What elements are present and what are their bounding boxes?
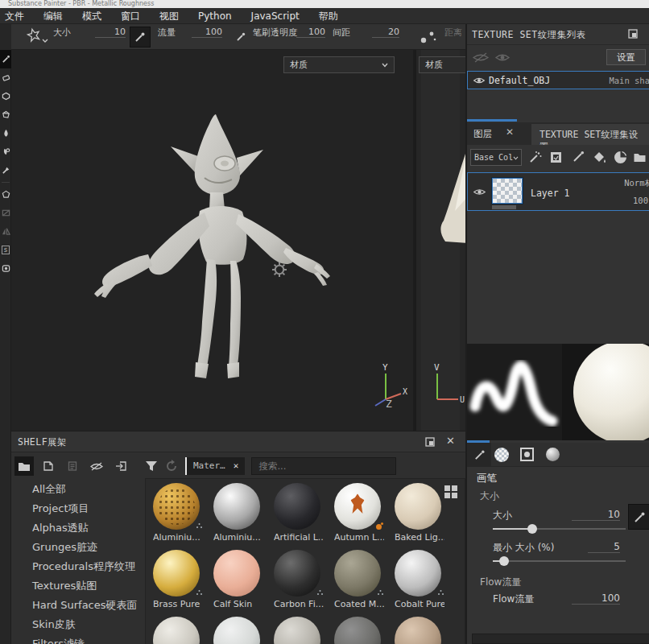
paint-brush-tool[interactable]	[0, 50, 11, 68]
material-item[interactable]: Baked Lig...	[395, 483, 444, 543]
layer-visibility-eye-icon[interactable]	[473, 187, 486, 197]
paint-layer-icon[interactable]	[572, 151, 585, 163]
brush-size-pen-button[interactable]	[628, 504, 649, 530]
spacing-value[interactable]: 20	[372, 27, 399, 38]
layer-row[interactable]: Layer 1 Norm材 100	[467, 172, 649, 211]
polygon-fill-tool[interactable]	[0, 105, 11, 124]
menu-file[interactable]: 文件	[0, 8, 34, 24]
layer-blend-mode[interactable]: Norm材	[624, 178, 649, 189]
brush-opacity-value[interactable]: 100	[296, 27, 325, 38]
tab-material[interactable]	[546, 448, 560, 461]
material-item[interactable]	[213, 617, 263, 644]
alpha-shape-button[interactable]	[26, 27, 50, 47]
eye-icon[interactable]	[494, 52, 511, 64]
shelf-category-item[interactable]: All全部	[11, 480, 142, 499]
material-item[interactable]: Carbon Fi...	[274, 550, 324, 609]
material-item[interactable]: Coated M...	[334, 550, 384, 609]
min-size-slider[interactable]	[493, 556, 626, 566]
shelf-folder-button[interactable]	[14, 456, 34, 476]
mask-icon[interactable]	[614, 151, 627, 164]
clone-tool[interactable]	[0, 142, 11, 161]
shelf-category-item[interactable]: Alphas透贴	[11, 518, 142, 538]
shelf-category-item[interactable]: Procedurals程序纹理	[11, 557, 142, 576]
min-size-value[interactable]: 5	[588, 541, 620, 553]
flow-value[interactable]: 100	[192, 27, 222, 38]
viewport-material-dropdown[interactable]: 材质	[283, 56, 395, 73]
brush-size-slider[interactable]	[493, 524, 626, 534]
python-console-output[interactable]	[472, 634, 649, 644]
shelf-import-log-button[interactable]	[63, 456, 82, 476]
shelf-category-item[interactable]: Hard Surfaces硬表面	[11, 596, 142, 615]
smart-material-icon[interactable]	[549, 151, 563, 164]
viewport-3d[interactable]: 材质	[11, 50, 413, 431]
shelf-hide-button[interactable]	[87, 456, 106, 476]
settings-button[interactable]: 设置	[606, 49, 646, 65]
material-item[interactable]: Aluminiu...	[213, 483, 263, 543]
eye-icon[interactable]	[473, 76, 486, 85]
channel-dropdown[interactable]: Base Col	[470, 149, 522, 166]
fill-layer-icon[interactable]	[593, 151, 606, 164]
search-input[interactable]: 搜索...	[251, 457, 396, 475]
size-value[interactable]: 10	[95, 27, 126, 38]
stencil-s-icon[interactable]: s	[0, 241, 11, 259]
symmetry-icon[interactable]	[0, 222, 11, 241]
menu-mode[interactable]: 模式	[72, 8, 111, 24]
menu-window[interactable]: 窗口	[111, 8, 150, 24]
shelf-new-resource-button[interactable]	[39, 456, 58, 476]
material-item[interactable]: Calf Skin	[213, 550, 263, 609]
folder-icon[interactable]	[633, 152, 647, 163]
layer-thumbnail[interactable]	[492, 178, 523, 204]
material-item[interactable]	[395, 617, 444, 644]
tab-layers[interactable]: 图层	[473, 128, 492, 140]
shelf-category-item[interactable]: Project项目	[11, 499, 142, 518]
eye-crossed-icon[interactable]	[472, 52, 490, 64]
refresh-icon[interactable]	[164, 459, 179, 473]
filter-tag[interactable]: Mater… ✕	[185, 457, 245, 475]
viewport-2d[interactable]: 材质 V U	[416, 50, 465, 431]
tab-texture-set-settings[interactable]: TEXTURE SET纹理集设置	[531, 124, 649, 145]
brush-flow-value[interactable]: 100	[572, 592, 620, 605]
material-picker-tool[interactable]	[0, 161, 11, 180]
viewport-2d-material-dropdown[interactable]: 材质	[419, 56, 465, 73]
smudge-tool[interactable]	[0, 124, 11, 142]
menu-python[interactable]: Python	[188, 8, 242, 24]
filter-tag-close-icon[interactable]: ✕	[234, 457, 239, 475]
menu-help[interactable]: 帮助	[309, 8, 348, 24]
texture-set-row[interactable]: Default_OBJ Main sha	[467, 71, 649, 89]
shelf-category-item[interactable]: Skin皮肤	[11, 615, 142, 634]
brush-preset-button[interactable]	[130, 27, 151, 47]
dock-icon[interactable]	[425, 437, 435, 447]
material-item[interactable]	[153, 617, 203, 644]
tab-brush[interactable]	[467, 443, 491, 467]
shelf-category-item[interactable]: Grunges脏迹	[11, 538, 142, 557]
scatter-dots-icon[interactable]	[418, 27, 439, 47]
dock-icon[interactable]	[628, 29, 638, 39]
menu-edit[interactable]: 编辑	[34, 8, 72, 24]
layer-opacity[interactable]: 100	[633, 196, 648, 205]
tab-close-icon[interactable]: ✕	[506, 126, 514, 138]
tab-stencil[interactable]	[520, 448, 534, 461]
menu-view[interactable]: 视图	[150, 8, 188, 24]
effects-wand-icon[interactable]	[528, 151, 542, 164]
viewer-settings-icon[interactable]	[0, 259, 11, 278]
projection-tool[interactable]	[0, 87, 11, 105]
shelf-export-button[interactable]	[111, 456, 130, 476]
material-item[interactable]: Cobalt Pure	[395, 550, 444, 609]
brush-size-value[interactable]: 10	[572, 509, 620, 521]
eraser-tool[interactable]	[0, 68, 11, 87]
flow-pen-icon[interactable]	[235, 31, 246, 43]
close-icon[interactable]: ✕	[446, 435, 455, 447]
shelf-category-item[interactable]: Textures贴图	[11, 576, 142, 596]
material-item[interactable]: Aluminiu...	[153, 483, 203, 543]
material-item[interactable]: Brass Pure	[153, 550, 203, 609]
filter-funnel-icon[interactable]	[145, 460, 158, 473]
material-item[interactable]	[274, 617, 324, 644]
quick-mask-icon[interactable]	[0, 204, 11, 222]
material-item[interactable]: Artificial L...	[274, 483, 324, 543]
material-item[interactable]	[334, 617, 384, 644]
geometry-mask-icon[interactable]	[0, 185, 11, 204]
menu-javascript[interactable]: JavaScript	[242, 8, 309, 24]
material-item[interactable]: Autumn L...	[334, 483, 384, 543]
shelf-category-item[interactable]: Filters滤镜	[11, 634, 142, 644]
tab-alpha[interactable]	[494, 448, 509, 462]
